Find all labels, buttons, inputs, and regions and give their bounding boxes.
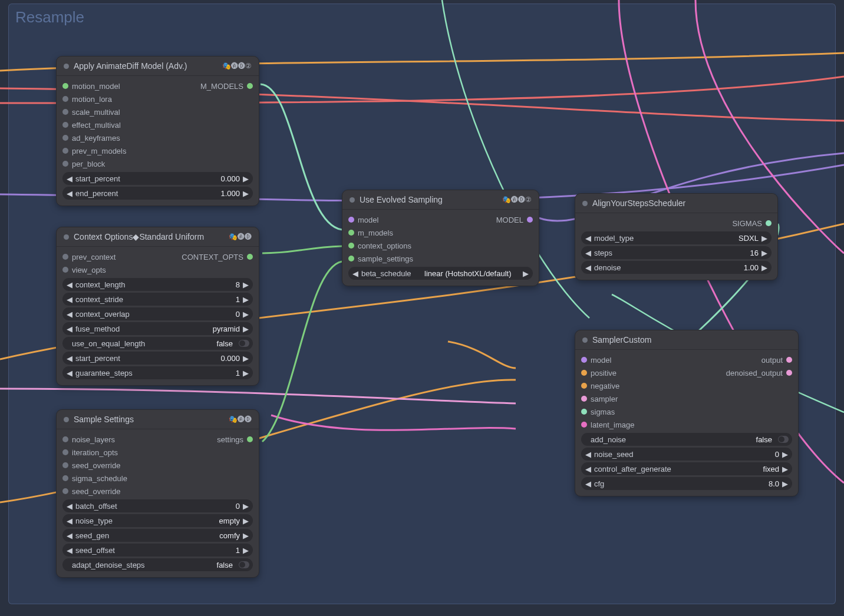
collapse-dot-icon[interactable] bbox=[64, 417, 69, 422]
port-in[interactable] bbox=[62, 267, 68, 273]
port-in[interactable] bbox=[581, 383, 587, 389]
node-header[interactable]: SamplerCustom bbox=[575, 330, 798, 350]
collapse-dot-icon[interactable] bbox=[64, 64, 69, 69]
widget-use-on-equal-length[interactable]: use_on_equal_lengthfalse bbox=[62, 337, 253, 350]
port-in[interactable] bbox=[62, 436, 68, 442]
port-in[interactable] bbox=[62, 475, 68, 481]
port-in[interactable] bbox=[348, 230, 354, 236]
collapse-dot-icon[interactable] bbox=[582, 201, 588, 206]
chevron-left-icon[interactable]: ◀ bbox=[66, 324, 73, 333]
chevron-left-icon[interactable]: ◀ bbox=[66, 310, 73, 319]
port-out[interactable] bbox=[247, 83, 253, 89]
port-in[interactable] bbox=[348, 256, 354, 261]
chevron-right-icon[interactable]: ▶ bbox=[242, 280, 249, 289]
widget-beta-schedule[interactable]: ◀beta_schedulelinear (HotshotXL/default)… bbox=[348, 267, 533, 280]
widget-add-noise[interactable]: add_noisefalse bbox=[581, 433, 792, 446]
port-out[interactable] bbox=[786, 357, 792, 363]
chevron-right-icon[interactable]: ▶ bbox=[242, 310, 249, 319]
collapse-dot-icon[interactable] bbox=[350, 197, 355, 203]
collapse-dot-icon[interactable] bbox=[64, 234, 69, 240]
chevron-right-icon[interactable]: ▶ bbox=[242, 354, 249, 363]
widget-start-percent[interactable]: ◀start_percent0.000▶ bbox=[62, 172, 253, 185]
port-out[interactable] bbox=[527, 217, 533, 223]
widget-context-overlap[interactable]: ◀context_overlap0▶ bbox=[62, 307, 253, 320]
chevron-right-icon[interactable]: ▶ bbox=[242, 369, 249, 377]
port-in[interactable] bbox=[581, 396, 587, 402]
toggle-icon[interactable] bbox=[239, 561, 249, 568]
port-out[interactable] bbox=[247, 436, 253, 442]
widget-seed-offset[interactable]: ◀seed_offset1▶ bbox=[62, 544, 253, 557]
widget-steps[interactable]: ◀steps16▶ bbox=[581, 246, 772, 259]
chevron-left-icon[interactable]: ◀ bbox=[66, 531, 73, 540]
chevron-left-icon[interactable]: ◀ bbox=[66, 516, 73, 525]
chevron-left-icon[interactable]: ◀ bbox=[66, 354, 73, 363]
node-header[interactable]: Context Options◆Standard Uniform 🎭🅐🅓 bbox=[57, 227, 259, 247]
chevron-left-icon[interactable]: ◀ bbox=[585, 234, 592, 243]
node-header[interactable]: Apply AnimateDiff Model (Adv.) 🎭🅐🅓② bbox=[57, 57, 259, 76]
widget-guarantee-steps[interactable]: ◀guarantee_steps1▶ bbox=[62, 366, 253, 379]
node-evolved-sampling[interactable]: Use Evolved Sampling 🎭🅐🅓② modelMODEL m_m… bbox=[342, 190, 539, 286]
widget-batch-offset[interactable]: ◀batch_offset0▶ bbox=[62, 499, 253, 512]
widget-cfg[interactable]: ◀cfg8.0▶ bbox=[581, 477, 792, 490]
node-header[interactable]: Sample Settings 🎭🅐🅓 bbox=[57, 410, 259, 429]
chevron-left-icon[interactable]: ◀ bbox=[585, 450, 592, 459]
chevron-left-icon[interactable]: ◀ bbox=[66, 280, 73, 289]
chevron-right-icon[interactable]: ▶ bbox=[242, 531, 249, 540]
widget-denoise[interactable]: ◀denoise1.00▶ bbox=[581, 261, 772, 274]
port-in[interactable] bbox=[62, 462, 68, 468]
widget-start-percent[interactable]: ◀start_percent0.000▶ bbox=[62, 352, 253, 365]
chevron-left-icon[interactable]: ◀ bbox=[66, 369, 73, 377]
node-context-options[interactable]: Context Options◆Standard Uniform 🎭🅐🅓 pre… bbox=[56, 227, 259, 386]
port-in[interactable] bbox=[62, 83, 68, 89]
chevron-right-icon[interactable]: ▶ bbox=[242, 189, 249, 198]
node-header[interactable]: Use Evolved Sampling 🎭🅐🅓② bbox=[342, 190, 539, 210]
chevron-left-icon[interactable]: ◀ bbox=[585, 249, 592, 257]
port-in[interactable] bbox=[62, 161, 68, 167]
port-in[interactable] bbox=[581, 409, 587, 415]
chevron-right-icon[interactable]: ▶ bbox=[782, 479, 789, 488]
port-in[interactable] bbox=[62, 254, 68, 260]
chevron-left-icon[interactable]: ◀ bbox=[585, 263, 592, 272]
chevron-right-icon[interactable]: ▶ bbox=[761, 234, 768, 243]
widget-adapt-denoise[interactable]: adapt_denoise_stepsfalse bbox=[62, 558, 253, 571]
widget-context-length[interactable]: ◀context_length8▶ bbox=[62, 278, 253, 291]
port-in[interactable] bbox=[62, 109, 68, 115]
chevron-left-icon[interactable]: ◀ bbox=[66, 502, 73, 511]
chevron-right-icon[interactable]: ▶ bbox=[761, 249, 768, 257]
toggle-icon[interactable] bbox=[239, 340, 249, 347]
port-out[interactable] bbox=[786, 370, 792, 376]
chevron-right-icon[interactable]: ▶ bbox=[242, 502, 249, 511]
chevron-right-icon[interactable]: ▶ bbox=[242, 546, 249, 555]
node-sampler-custom[interactable]: SamplerCustom modeloutput positivedenois… bbox=[575, 330, 799, 496]
chevron-left-icon[interactable]: ◀ bbox=[352, 269, 359, 278]
chevron-right-icon[interactable]: ▶ bbox=[242, 174, 249, 183]
chevron-left-icon[interactable]: ◀ bbox=[585, 479, 592, 488]
widget-model-type[interactable]: ◀model_typeSDXL▶ bbox=[581, 231, 772, 244]
chevron-right-icon[interactable]: ▶ bbox=[242, 516, 249, 525]
port-in[interactable] bbox=[62, 135, 68, 141]
widget-seed-gen[interactable]: ◀seed_gencomfy▶ bbox=[62, 529, 253, 542]
widget-fuse-method[interactable]: ◀fuse_methodpyramid▶ bbox=[62, 322, 253, 335]
port-in[interactable] bbox=[62, 148, 68, 154]
chevron-left-icon[interactable]: ◀ bbox=[66, 295, 73, 304]
port-in[interactable] bbox=[62, 96, 68, 102]
chevron-left-icon[interactable]: ◀ bbox=[66, 174, 73, 183]
port-in[interactable] bbox=[581, 357, 587, 363]
port-in[interactable] bbox=[581, 422, 587, 428]
node-ays-scheduler[interactable]: AlignYourStepsScheduler SIGMAS ◀model_ty… bbox=[575, 193, 778, 280]
port-out[interactable] bbox=[247, 254, 253, 260]
chevron-right-icon[interactable]: ▶ bbox=[761, 263, 768, 272]
port-in[interactable] bbox=[581, 370, 587, 376]
chevron-left-icon[interactable]: ◀ bbox=[66, 546, 73, 555]
port-in[interactable] bbox=[62, 122, 68, 128]
node-header[interactable]: AlignYourStepsScheduler bbox=[575, 194, 777, 213]
node-apply-animatediff[interactable]: Apply AnimateDiff Model (Adv.) 🎭🅐🅓② moti… bbox=[56, 56, 259, 206]
port-in[interactable] bbox=[62, 449, 68, 455]
port-in[interactable] bbox=[348, 243, 354, 249]
collapse-dot-icon[interactable] bbox=[582, 337, 588, 343]
chevron-left-icon[interactable]: ◀ bbox=[585, 465, 592, 473]
toggle-icon[interactable] bbox=[778, 436, 789, 443]
chevron-left-icon[interactable]: ◀ bbox=[66, 189, 73, 198]
widget-end-percent[interactable]: ◀end_percent1.000▶ bbox=[62, 187, 253, 200]
chevron-right-icon[interactable]: ▶ bbox=[782, 450, 789, 459]
